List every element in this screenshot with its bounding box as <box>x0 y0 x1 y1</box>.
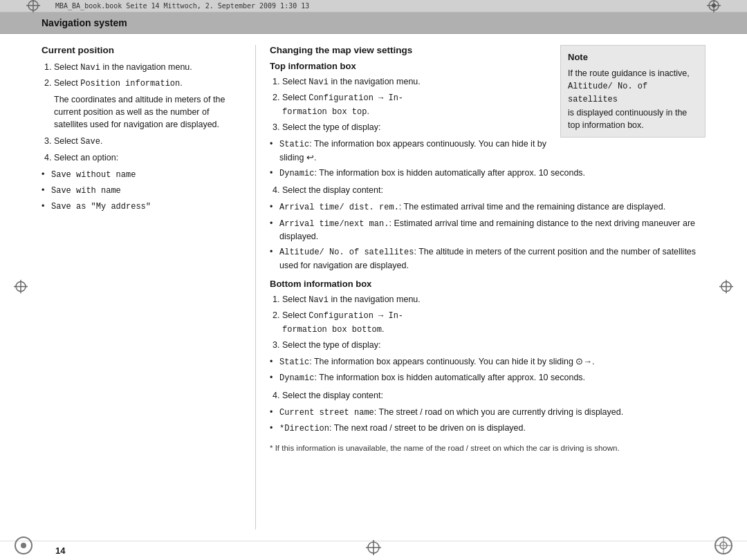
section-header: Navigation system <box>0 12 747 34</box>
bottom-step-1: Select Navi in the navigation menu. <box>282 293 706 306</box>
bottom-box-step4: Select the display content: <box>270 389 706 402</box>
top-type-dynamic: Dynamic: The information box is hidden a… <box>270 167 706 180</box>
svg-point-6 <box>712 3 716 8</box>
note-title: Note <box>568 51 698 64</box>
bottom-step-4: Select the display content: <box>282 389 706 402</box>
bottom-left-circle <box>14 536 33 555</box>
footnote: * If this information is unavailable, th… <box>270 442 706 454</box>
main-content: Current position Select Navi in the navi… <box>0 34 747 541</box>
top-left-crosshair <box>26 0 40 12</box>
top-content-arrival-dist: Arrival time/ dist. rem.: The estimated … <box>270 200 706 214</box>
bottom-type-dynamic: Dynamic: The information box is hidden a… <box>270 371 706 384</box>
right-mid-crosshair <box>719 279 733 293</box>
svg-point-14 <box>21 543 26 548</box>
left-section-title: Current position <box>42 45 241 55</box>
page-number: 14 <box>55 545 65 556</box>
left-column: Current position Select Navi in the navi… <box>42 45 256 530</box>
top-content-arrival-next: Arrival time/next man.: Estimated arriva… <box>270 217 706 243</box>
save-option-1: Save without name <box>42 168 241 181</box>
top-type-options: Static: The information box appears cont… <box>270 138 706 180</box>
left-mid-crosshair <box>14 279 28 293</box>
left-step-1: Select Navi in the navigation menu. <box>54 61 241 74</box>
note-content: If the route guidance is inactive, Altit… <box>568 67 698 131</box>
bottom-type-static: Static: The information box appears cont… <box>270 355 706 368</box>
right-column: Note If the route guidance is inactive, … <box>256 45 706 530</box>
left-steps-list: Select Navi in the navigation menu. Sele… <box>42 61 241 164</box>
note-box: Note If the route guidance is inactive, … <box>560 45 706 138</box>
save-option-2: Save with name <box>42 184 241 197</box>
save-option-3: Save as "My address" <box>42 200 241 213</box>
bottom-content-street: Current street name: The street / road o… <box>270 406 706 419</box>
top-right-crosshair <box>707 0 721 12</box>
bottom-step-3: Select the type of display: <box>282 339 706 351</box>
top-content-altitude: Altitude/ No. of satellites: The altitud… <box>270 245 706 272</box>
left-step-3: Select Save. <box>54 135 241 148</box>
header-title: Navigation system <box>42 17 127 28</box>
top-box-step4: Select the display content: <box>270 184 706 196</box>
top-content-options: Arrival time/ dist. rem.: The estimated … <box>270 200 706 271</box>
left-step-4: Select an option: <box>54 151 241 164</box>
bottom-right-circle <box>714 536 733 555</box>
left-step-2: Select Position information. The coordin… <box>54 77 241 131</box>
bottom-content-options: Current street name: The street / road o… <box>270 406 706 436</box>
footer: 14 <box>0 541 747 560</box>
save-options-list: Save without name Save with name Save as… <box>42 168 241 214</box>
page: MBA_BA_book.book Seite 14 Mittwoch, 2. S… <box>0 0 747 560</box>
file-info: MBA_BA_book.book Seite 14 Mittwoch, 2. S… <box>55 2 309 10</box>
top-step-4: Select the display content: <box>282 184 706 196</box>
bottom-content-direction: *Direction: The next road / street to be… <box>270 422 706 435</box>
bottom-info-box-title: Bottom information box <box>270 279 706 289</box>
bottom-type-options: Static: The information box appears cont… <box>270 355 706 385</box>
bottom-box-steps: Select Navi in the navigation menu. Sele… <box>270 293 706 351</box>
top-bar: MBA_BA_book.book Seite 14 Mittwoch, 2. S… <box>0 0 747 12</box>
top-type-static: Static: The information box appears cont… <box>270 138 706 164</box>
position-desc: The coordinates and altitude in meters o… <box>54 93 241 131</box>
bottom-step-2: Select Configuration → In-formation box … <box>282 309 706 336</box>
bottom-center-crosshair <box>366 540 381 555</box>
